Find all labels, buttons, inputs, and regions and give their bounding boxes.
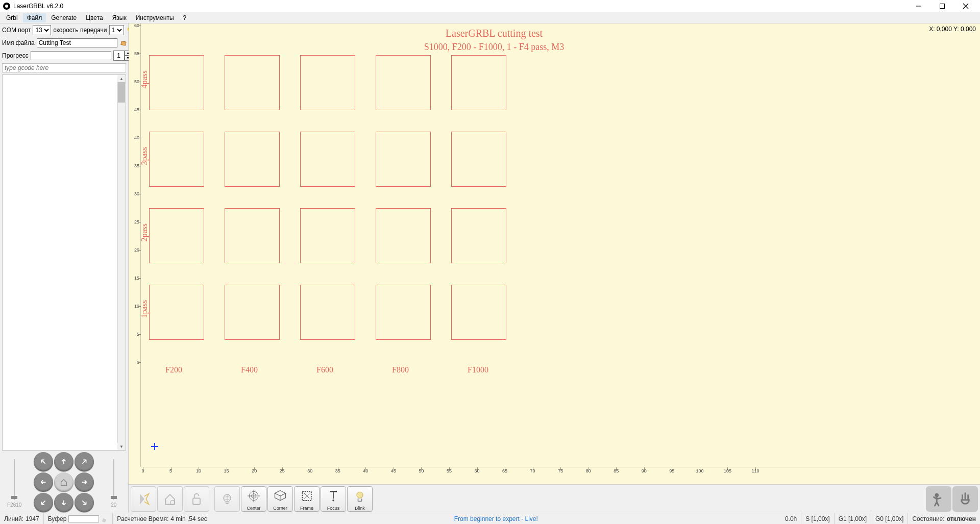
speed-label: F600 (316, 365, 333, 375)
blink-label: Blink (355, 506, 365, 511)
test-square (225, 208, 280, 263)
g0-override-cell[interactable]: G0 [1,00x] (871, 513, 908, 524)
baud-label: скорость передачи (53, 27, 107, 34)
jog-panel: F2610 20 (0, 452, 128, 513)
jog-home-button[interactable] (54, 472, 74, 492)
time-label: Расчетное Время: (117, 515, 168, 522)
corner-button[interactable]: Corner (267, 486, 293, 512)
minimize-button[interactable] (912, 1, 926, 11)
frame-label: Frame (300, 506, 313, 511)
test-square (149, 208, 204, 263)
bottom-toolbar: Center Corner Frame Focus Blink (129, 484, 980, 513)
scroll-thumb[interactable] (118, 82, 125, 103)
close-button[interactable] (959, 1, 973, 11)
step-slider[interactable]: 20 (109, 457, 119, 508)
ruler-vertical: 605550454035302520151050 (129, 23, 141, 467)
baud-select[interactable]: 1 (109, 25, 124, 35)
com-port-select[interactable]: 13 (33, 25, 51, 35)
blink-button[interactable]: Blink (347, 486, 373, 512)
ruler-horizontal: 0510152025303540455055606570758085909510… (141, 467, 980, 475)
speed-label: F1000 (468, 365, 488, 375)
menu-file[interactable]: Файл (23, 13, 46, 22)
feed-slider-label: F2610 (7, 502, 21, 508)
menu-tools[interactable]: Инструменты (132, 13, 178, 22)
lines-value: 1947 (26, 515, 39, 522)
focus-button[interactable]: Focus (321, 486, 346, 512)
test-square (451, 55, 506, 110)
test-square (300, 208, 355, 263)
test-square (376, 55, 431, 110)
speed-label: F400 (241, 365, 258, 375)
jog-sw-button[interactable] (34, 493, 53, 512)
time-cell: Расчетное Время: 4 min ,54 sec (113, 513, 211, 524)
progress-input[interactable] (31, 51, 111, 60)
feed-slider[interactable]: F2610 (9, 457, 19, 508)
buffer-label: Буфер (48, 515, 67, 522)
preview-canvas[interactable]: X: 0,000 Y: 0,000 6055504540353025201510… (129, 23, 980, 484)
svg-point-21 (332, 500, 334, 502)
test-square (376, 285, 431, 340)
menu-bar: Grbl Файл Generate Цвета Язык Инструмент… (0, 12, 980, 23)
test-square (225, 132, 280, 187)
s-override-cell[interactable]: S [1,00x] (801, 513, 834, 524)
scroll-down-icon[interactable]: ▼ (117, 443, 126, 450)
jog-w-button[interactable] (34, 472, 53, 492)
maximize-button[interactable] (935, 1, 949, 11)
frame-button[interactable]: Frame (294, 486, 320, 512)
test-square (300, 132, 355, 187)
time-value: 4 min ,54 sec (170, 515, 207, 522)
home-button[interactable] (157, 486, 183, 512)
unlock-button[interactable] (184, 486, 209, 512)
tutorial-link[interactable]: From beginner to expert - Live! (454, 515, 538, 522)
menu-language[interactable]: Язык (108, 13, 131, 22)
gcode-input[interactable] (2, 63, 126, 72)
menu-colors[interactable]: Цвета (82, 13, 107, 22)
menu-generate[interactable]: Generate (47, 13, 81, 22)
console-output[interactable]: ▲ ▼ (2, 74, 126, 451)
state-label: Состояние: (912, 515, 944, 522)
console-scrollbar[interactable]: ▲ ▼ (117, 75, 126, 450)
svg-point-22 (357, 492, 363, 498)
menu-help[interactable]: ? (179, 13, 191, 22)
buffer-progress (68, 515, 99, 522)
state-value: отключен (947, 515, 976, 522)
open-file-icon[interactable] (119, 38, 128, 47)
preview-title: LaserGRBL cutting test (141, 28, 847, 39)
passes-value[interactable] (113, 51, 125, 61)
jog-se-button[interactable] (75, 493, 94, 512)
origin-icon (151, 443, 158, 452)
pass-label: 2pass (140, 223, 149, 242)
filename-input[interactable] (37, 38, 117, 47)
test-square (300, 55, 355, 110)
title-bar: LaserGRBL v6.2.0 (0, 0, 980, 12)
pass-label: 3pass (140, 147, 149, 165)
globe-button[interactable] (214, 486, 240, 512)
jog-s-button[interactable] (54, 493, 74, 512)
jog-ne-button[interactable] (75, 452, 94, 471)
g1-override-cell[interactable]: G1 [1,00x] (835, 513, 871, 524)
sidebar: COM порт 13 скорость передачи 1 Имя файл… (0, 23, 129, 513)
stop-button[interactable] (952, 486, 978, 512)
run-button[interactable] (926, 486, 951, 512)
state-cell: Состояние: отключен (908, 513, 980, 524)
center-button[interactable]: Center (241, 486, 266, 512)
preview-subtitle: S1000, F200 - F1000, 1 - F4 pass, M3 (141, 42, 847, 53)
step-slider-label: 20 (111, 502, 116, 508)
test-square (451, 285, 506, 340)
preview-content: LaserGRBL cutting test S1000, F200 - F10… (141, 23, 980, 467)
lines-cell: Линий: 1947 (0, 513, 44, 524)
reset-button[interactable] (131, 486, 156, 512)
status-bar: Линий: 1947 Буфер Расчетное Время: 4 min… (0, 513, 980, 524)
com-port-label: COM порт (2, 27, 31, 34)
corner-label: Corner (273, 506, 287, 511)
menu-grbl[interactable]: Grbl (2, 13, 22, 22)
jog-n-button[interactable] (54, 452, 74, 471)
center-label: Center (247, 506, 260, 511)
jog-e-button[interactable] (75, 472, 94, 492)
speed-label: F800 (392, 365, 409, 375)
svg-rect-1 (940, 4, 945, 9)
svg-rect-9 (193, 498, 200, 504)
jog-nw-button[interactable] (34, 452, 53, 471)
focus-label: Focus (327, 506, 340, 511)
scroll-up-icon[interactable]: ▲ (117, 75, 126, 82)
